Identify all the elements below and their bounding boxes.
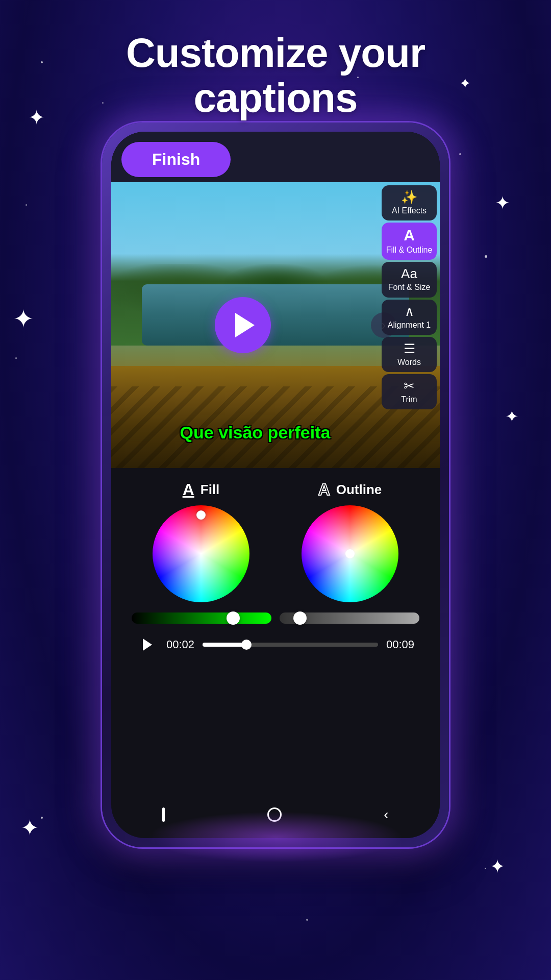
tool-trim[interactable]: ✂ Trim [382, 374, 437, 409]
finish-button[interactable]: Finish [121, 142, 231, 177]
tool-ai-effects[interactable]: ✨ AI Effects [382, 185, 437, 220]
tool-font-size[interactable]: Aa Font & Size [382, 262, 437, 297]
outline-text-icon: A [318, 480, 330, 499]
color-pickers-row: A Fill A [127, 480, 424, 602]
page-title: Customize your captions [0, 31, 551, 120]
ai-effects-label: AI Effects [392, 206, 427, 215]
outline-color-selector[interactable] [345, 549, 355, 558]
ai-effects-icon: ✨ [401, 190, 417, 204]
timeline-progress-thumb[interactable] [241, 640, 252, 650]
side-tools-panel: ✨ AI Effects A Fill & Outline Aa Font & … [379, 182, 440, 468]
gray-slider-track[interactable] [280, 612, 419, 624]
outline-color-picker: A Outline [302, 480, 398, 602]
outline-label: A Outline [318, 480, 382, 499]
current-time: 00:02 [166, 638, 194, 651]
fill-text-icon: A [183, 480, 194, 499]
tool-words[interactable]: ☰ Words [382, 337, 437, 372]
fill-label: A Fill [183, 480, 220, 499]
outline-wheel-gradient [302, 505, 398, 602]
alignment-icon: ∧ [405, 305, 414, 318]
phone-mockup: Finish [102, 122, 449, 847]
font-size-icon: Aa [401, 267, 417, 280]
nav-back-indicator[interactable]: ‹ [384, 806, 388, 823]
trim-label: Trim [401, 395, 417, 404]
system-nav-bar: ‹ [111, 798, 440, 838]
fill-outline-label: Fill & Outline [386, 245, 433, 255]
play-button[interactable] [215, 297, 271, 353]
nav-lines-indicator[interactable] [162, 807, 165, 822]
fill-label-text: Fill [201, 482, 220, 498]
tool-alignment[interactable]: ∧ Alignment 1 [382, 300, 437, 335]
green-slider-track[interactable] [132, 612, 271, 624]
words-icon: ☰ [404, 342, 415, 355]
video-player: Que visão perfeita › ✨ AI Effects A Fi [111, 182, 440, 468]
fill-color-selector[interactable] [196, 510, 206, 520]
timeline-play-icon [143, 639, 152, 651]
alignment-label: Alignment 1 [388, 320, 431, 330]
words-label: Words [397, 357, 421, 367]
font-size-label: Font & Size [388, 282, 431, 292]
green-slider-thumb[interactable] [227, 611, 240, 625]
top-bar: Finish [111, 132, 440, 182]
tool-fill-outline[interactable]: A Fill & Outline [382, 223, 437, 260]
timeline-section: 00:02 00:09 [127, 634, 424, 666]
video-section: Que visão perfeita › ✨ AI Effects A Fi [111, 182, 440, 468]
timeline-progress-bar[interactable] [203, 643, 378, 647]
fill-color-wheel[interactable] [153, 505, 249, 602]
trim-icon: ✂ [404, 379, 415, 393]
timeline-progress-fill [203, 643, 246, 647]
color-section: A Fill A [111, 468, 440, 798]
water-layer [142, 284, 409, 346]
gray-slider-thumb[interactable] [293, 611, 307, 625]
color-sliders [127, 612, 424, 624]
end-time: 00:09 [386, 638, 414, 651]
video-caption: Que visão perfeita [111, 423, 399, 443]
outline-color-wheel[interactable] [302, 505, 398, 602]
nav-home-indicator[interactable] [267, 807, 282, 822]
fill-color-picker: A Fill [153, 480, 249, 602]
outline-label-text: Outline [336, 482, 382, 498]
fill-wheel-gradient [153, 505, 249, 602]
timeline-play-button[interactable] [137, 634, 158, 655]
play-icon [235, 313, 255, 337]
fill-outline-icon: A [404, 228, 415, 243]
